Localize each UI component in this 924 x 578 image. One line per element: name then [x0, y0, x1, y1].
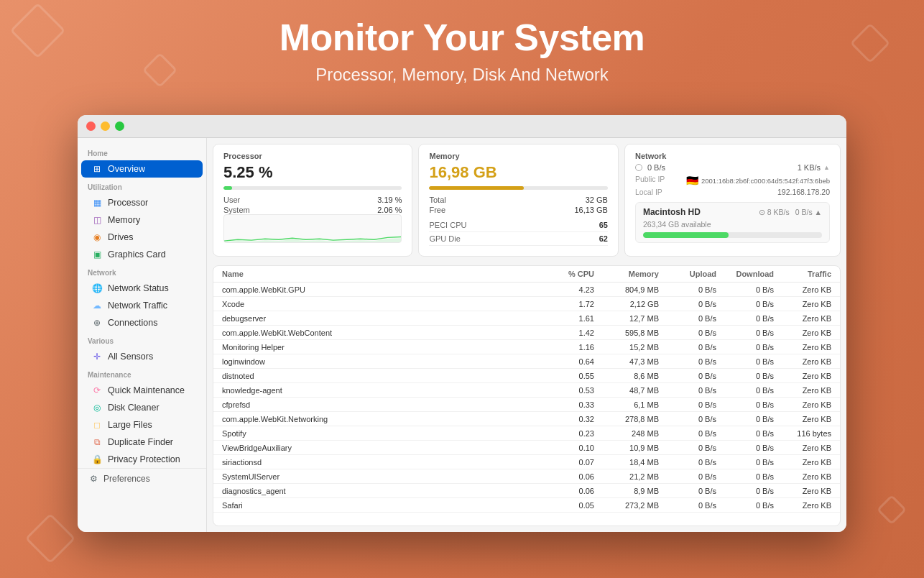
cell-upload: 0 B/s — [659, 285, 716, 294]
public-ip-label: Public IP — [635, 175, 665, 186]
plus-icon: ✛ — [91, 351, 103, 362]
sidebar-item-memory[interactable]: ◫ Memory — [81, 211, 203, 229]
cell-traffic: Zero KB — [774, 285, 831, 294]
sidebar-item-privacy-protection[interactable]: 🔒 Privacy Protection — [81, 451, 203, 468]
bg-shape-4 — [25, 513, 76, 564]
cell-memory: 15,2 MB — [594, 343, 659, 352]
processor-bar-container — [223, 186, 402, 190]
table-row[interactable]: cfprefsd 0.33 6,1 MB 0 B/s 0 B/s Zero KB — [213, 398, 840, 412]
cell-traffic: Zero KB — [774, 415, 831, 423]
table-row[interactable]: knowledge-agent 0.53 48,7 MB 0 B/s 0 B/s… — [213, 383, 840, 398]
table-row[interactable]: Xcode 1.72 2,12 GB 0 B/s 0 B/s Zero KB — [213, 297, 840, 311]
sidebar-item-connections[interactable]: ⊕ Connections — [81, 314, 203, 331]
table-row[interactable]: com.apple.WebKit.GPU 4.23 804,9 MB 0 B/s… — [213, 283, 840, 297]
table-row[interactable]: ViewBridgeAuxiliary 0.10 10,9 MB 0 B/s 0… — [213, 441, 840, 455]
globe-icon: 🌐 — [91, 283, 103, 294]
table-row[interactable]: loginwindow 0.64 47,3 MB 0 B/s 0 B/s Zer… — [213, 354, 840, 369]
top-panels: Processor 5.25 % User 3.19 % System 2.06… — [207, 138, 846, 262]
cell-name: ViewBridgeAuxiliary — [222, 444, 537, 452]
connections-icon: ⊕ — [91, 317, 103, 329]
memory-stats: Total 32 GB Free 16,13 GB — [429, 196, 607, 214]
cell-upload: 0 B/s — [659, 300, 716, 308]
sidebar-item-all-sensors[interactable]: ✛ All Sensors — [81, 348, 203, 365]
minimize-button[interactable] — [101, 121, 110, 131]
status-circle — [635, 164, 642, 171]
sidebar-item-label-memory: Memory — [108, 215, 140, 225]
macintosh-write: 0 B/s ▲ — [795, 208, 822, 216]
processor-stats: User 3.19 % System 2.06 % — [223, 196, 402, 214]
table-row[interactable]: com.apple.WebKit.WebContent 1.42 595,8 M… — [213, 326, 840, 340]
sidebar-item-network-traffic[interactable]: ☁ Network Traffic — [81, 297, 203, 314]
cell-download: 0 B/s — [716, 487, 774, 495]
wrench-icon: ⟳ — [91, 385, 103, 396]
flag-icon: 🇩🇪 — [686, 175, 698, 186]
cell-name: siriactionsd — [222, 458, 537, 467]
cell-download: 0 B/s — [716, 329, 774, 337]
network-panel: Network 0 B/s 1 KB/s ▲ Public IP — [624, 144, 841, 257]
macintosh-bar-container — [643, 232, 822, 238]
cell-upload: 0 B/s — [659, 329, 716, 337]
cell-memory: 2,12 GB — [594, 300, 659, 308]
processor-title: Processor — [223, 152, 402, 160]
network-down-val: 0 B/s — [647, 163, 665, 172]
local-ip-label: Local IP — [635, 188, 662, 196]
cell-cpu: 0.06 — [537, 487, 594, 495]
sidebar-item-label-processor: Processor — [108, 198, 148, 208]
shield-icon: 🔒 — [91, 454, 103, 465]
table-row[interactable]: Safari 0.05 273,2 MB 0 B/s 0 B/s Zero KB — [213, 498, 840, 513]
cell-memory: 804,9 MB — [594, 285, 659, 294]
processor-system-val: 2.06 % — [377, 206, 402, 214]
table-row[interactable]: Monitoring Helper 1.16 15,2 MB 0 B/s 0 B… — [213, 340, 840, 354]
cell-memory: 6,1 MB — [594, 400, 659, 409]
sidebar-item-network-status[interactable]: 🌐 Network Status — [81, 280, 203, 297]
close-button[interactable] — [86, 121, 96, 131]
cell-name: Spotify — [222, 429, 537, 438]
cell-memory: 278,8 MB — [594, 415, 659, 423]
memory-total-row: Total 32 GB — [429, 196, 607, 204]
cell-upload: 0 B/s — [659, 372, 716, 380]
cell-traffic: Zero KB — [774, 357, 831, 366]
col-header-traffic: Traffic — [774, 270, 831, 278]
sidebar-item-duplicate-finder[interactable]: ⧉ Duplicate Finder — [81, 434, 203, 451]
cell-download: 0 B/s — [716, 386, 774, 395]
cell-download: 0 B/s — [716, 458, 774, 467]
table-row[interactable]: com.apple.WebKit.Networking 0.32 278,8 M… — [213, 412, 840, 426]
sidebar-item-overview[interactable]: ⊞ Overview — [81, 160, 203, 178]
maximize-button[interactable] — [115, 121, 124, 131]
cell-cpu: 0.55 — [537, 372, 594, 380]
table-row[interactable]: SystemUIServer 0.06 21,2 MB 0 B/s 0 B/s … — [213, 469, 840, 484]
table-row[interactable]: debugserver 1.61 12,7 MB 0 B/s 0 B/s Zer… — [213, 311, 840, 326]
cell-cpu: 0.23 — [537, 429, 594, 438]
sidebar-item-large-files[interactable]: ◻ Large Files — [81, 416, 203, 434]
table-row[interactable]: Spotify 0.23 248 MB 0 B/s 0 B/s 116 byte… — [213, 426, 840, 441]
cell-name: distnoted — [222, 372, 537, 380]
sidebar-item-graphics-card[interactable]: ▣ Graphics Card — [81, 246, 203, 263]
preferences-label: Preferences — [103, 474, 150, 484]
processor-chart — [223, 214, 402, 243]
processor-user-row: User 3.19 % — [223, 196, 402, 204]
sidebar-item-quick-maintenance[interactable]: ⟳ Quick Maintenance — [81, 382, 203, 399]
col-header-cpu: % CPU — [537, 270, 594, 278]
sidebar-item-disk-cleaner[interactable]: ◎ Disk Cleaner — [81, 399, 203, 416]
cell-memory: 10,9 MB — [594, 444, 659, 452]
memory-free-val: 16,13 GB — [574, 206, 607, 214]
cell-name: Monitoring Helper — [222, 343, 537, 352]
cell-memory: 8,6 MB — [594, 372, 659, 380]
cell-name: SystemUIServer — [222, 472, 537, 481]
cell-download: 0 B/s — [716, 501, 774, 510]
local-ip-val: 192.168.178.20 — [777, 188, 830, 196]
table-row[interactable]: distnoted 0.55 8,6 MB 0 B/s 0 B/s Zero K… — [213, 369, 840, 383]
process-table: Name % CPU Memory Upload Download Traffi… — [213, 265, 841, 526]
sidebar-item-label-drives: Drives — [108, 232, 133, 242]
cell-download: 0 B/s — [716, 444, 774, 452]
sidebar-item-processor[interactable]: ▦ Processor — [81, 194, 203, 211]
cell-cpu: 1.42 — [537, 329, 594, 337]
col-header-download: Download — [716, 270, 774, 278]
cell-name: debugserver — [222, 314, 537, 323]
table-row[interactable]: diagnostics_agent 0.06 8,9 MB 0 B/s 0 B/… — [213, 484, 840, 498]
cell-cpu: 1.61 — [537, 314, 594, 323]
cell-memory: 48,7 MB — [594, 386, 659, 395]
table-row[interactable]: siriactionsd 0.07 18,4 MB 0 B/s 0 B/s Ze… — [213, 455, 840, 469]
preferences-row[interactable]: ⚙ Preferences — [78, 468, 206, 489]
sidebar-item-drives[interactable]: ◉ Drives — [81, 229, 203, 246]
